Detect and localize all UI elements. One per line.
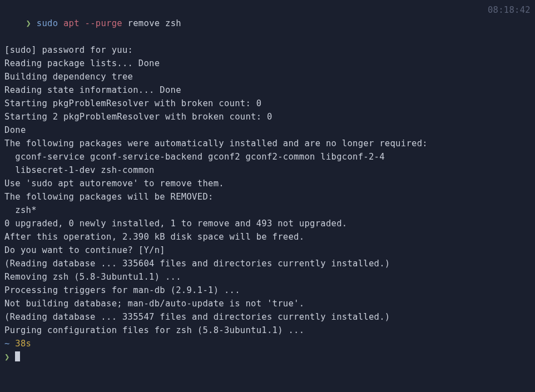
output-line: libsecret-1-dev zsh-common xyxy=(4,163,531,177)
prompt-line-empty[interactable]: ❯ xyxy=(4,350,531,364)
output-line: After this operation, 2.390 kB disk spac… xyxy=(4,230,531,244)
cmd-sudo: sudo xyxy=(37,18,58,28)
output-line: 0 upgraded, 0 newly installed, 1 to remo… xyxy=(4,217,531,230)
cmd-package: zsh xyxy=(165,18,181,28)
prompt-symbol: ❯ xyxy=(4,352,10,362)
output-line: Reading state information... Done xyxy=(4,83,531,97)
output-line: Done xyxy=(4,123,531,137)
cmd-apt: apt xyxy=(63,18,80,28)
output-line: Purging configuration files for zsh (5.8… xyxy=(4,324,531,337)
cwd-tilde: ~ xyxy=(4,339,10,349)
cursor[interactable] xyxy=(15,351,20,361)
cmd-action: remove xyxy=(128,18,160,28)
output-line: (Reading database ... 335604 files and d… xyxy=(4,257,531,270)
cmd-flag: --purge xyxy=(85,18,122,28)
command-line: ❯ sudo apt --purge remove zsh 08:18:42 xyxy=(4,3,531,43)
output-line: Use 'sudo apt autoremove' to remove them… xyxy=(4,177,531,190)
output-line: Not building database; man-db/auto-updat… xyxy=(4,297,531,310)
output-line: The following packages will be REMOVED: xyxy=(4,190,531,204)
status-line: ~ 38s xyxy=(4,337,531,350)
output-line: gconf-service gconf-service-backend gcon… xyxy=(4,150,531,163)
output-line: [sudo] password for yuu: xyxy=(4,43,531,57)
output-line: Reading package lists... Done xyxy=(4,57,531,70)
prompt-symbol: ❯ xyxy=(26,18,32,28)
output-line: Starting pkgProblemResolver with broken … xyxy=(4,97,531,110)
output-line: Processing triggers for man-db (2.9.1-1)… xyxy=(4,284,531,297)
duration: 38s xyxy=(15,339,31,349)
output-line: Building dependency tree xyxy=(4,70,531,83)
output-line: zsh* xyxy=(4,204,531,217)
output-line: Starting 2 pkgProblemResolver with broke… xyxy=(4,110,531,123)
output-line: Removing zsh (5.8-3ubuntu1.1) ... xyxy=(4,270,531,284)
timestamp: 08:18:42 xyxy=(488,3,531,43)
output-line: The following packages were automaticall… xyxy=(4,137,531,150)
output-line: Do you want to continue? [Y/n] xyxy=(4,244,531,257)
output-line: (Reading database ... 335547 files and d… xyxy=(4,310,531,324)
